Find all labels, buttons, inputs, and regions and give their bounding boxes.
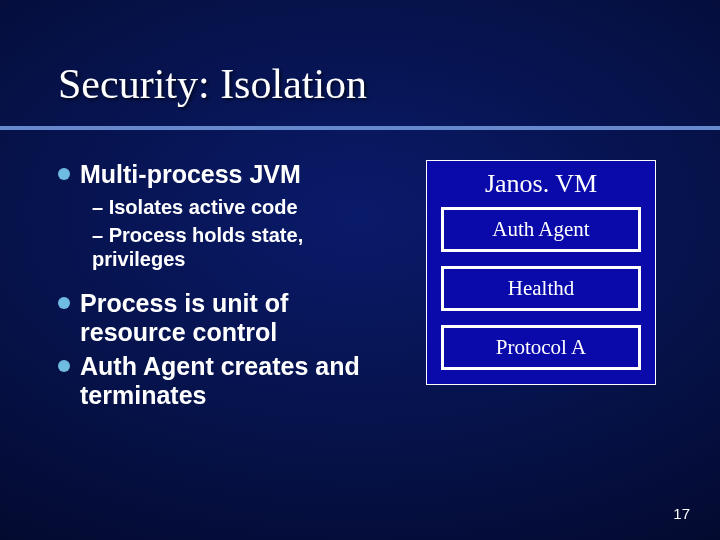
bullet-1-sub-b: – Process holds state, privileges — [92, 223, 378, 271]
janosvm-diagram: Janos. VM Auth Agent Healthd Protocol A — [426, 160, 656, 385]
bullet-1-text: Multi-process JVM — [80, 160, 301, 189]
diagram-box-healthd: Healthd — [441, 266, 641, 311]
diagram-box-protocol-a: Protocol A — [441, 325, 641, 370]
bullet-3: Auth Agent creates and terminates — [58, 352, 378, 410]
slide-title: Security: Isolation — [58, 60, 367, 108]
bullet-dot-icon — [58, 297, 70, 309]
slide: Security: Isolation Multi-process JVM – … — [0, 0, 720, 540]
diagram-box-auth-agent: Auth Agent — [441, 207, 641, 252]
title-underline — [0, 126, 720, 130]
content-area: Multi-process JVM – Isolates active code… — [58, 160, 378, 416]
bullet-dot-icon — [58, 360, 70, 372]
spacer — [58, 275, 378, 289]
bullet-1-sub-a: – Isolates active code — [92, 195, 378, 219]
bullet-1: Multi-process JVM — [58, 160, 378, 189]
bullet-3-text: Auth Agent creates and terminates — [80, 352, 378, 410]
bullet-2: Process is unit of resource control — [58, 289, 378, 347]
bullet-dot-icon — [58, 168, 70, 180]
bullet-2-text: Process is unit of resource control — [80, 289, 378, 347]
page-number: 17 — [673, 505, 690, 522]
diagram-title: Janos. VM — [441, 169, 641, 199]
